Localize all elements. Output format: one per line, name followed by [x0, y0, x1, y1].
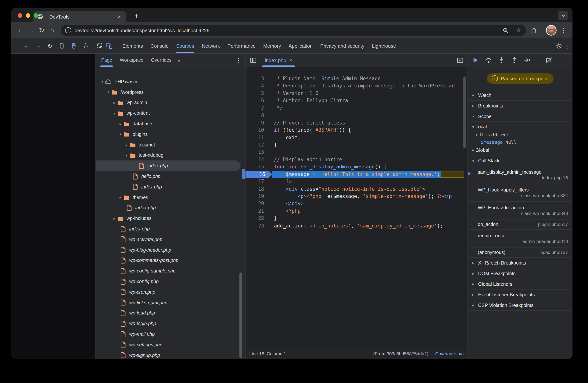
chevron-down-icon[interactable]: ▾ [112, 111, 117, 115]
tree-item[interactable]: wp-config-sample.php [96, 266, 245, 276]
line-number[interactable]: 4 [246, 82, 269, 90]
line-number[interactable]: 20 [246, 200, 269, 207]
chevron-right-icon[interactable]: ▸ [112, 216, 117, 221]
fullscreen-window-button[interactable] [34, 13, 38, 18]
tree-item[interactable]: ▾PHP.wasm [96, 77, 245, 87]
chevron-down-icon[interactable]: ▾ [106, 90, 111, 94]
line-number[interactable]: 14 [246, 156, 269, 163]
scope-message-var[interactable]: $message: null [468, 138, 572, 146]
source-hash-link[interactable]: 303c8bd55875dda2 [387, 351, 427, 357]
back-button[interactable]: ← [15, 25, 26, 36]
tab-privacy-security[interactable]: Privacy and security [316, 38, 368, 53]
line-number[interactable]: 23 [246, 222, 269, 230]
chevron-down-icon[interactable]: ▾ [124, 153, 129, 157]
step-icon[interactable] [523, 56, 532, 64]
section-watch[interactable]: ▸Watch [468, 90, 572, 101]
tree-item[interactable]: wp-links-opml.php [96, 297, 245, 308]
line-number[interactable]: 6 [246, 97, 269, 104]
tree-item[interactable]: ▾test-xdebug [96, 150, 245, 161]
tab-performance[interactable]: Performance [224, 38, 259, 53]
tab-elements[interactable]: Elements [119, 38, 147, 53]
line-number[interactable]: 22 [246, 215, 269, 222]
hide-navigator-icon[interactable] [249, 56, 258, 65]
line-number[interactable]: 7 [246, 104, 269, 112]
navigator-scrollbar-thumb[interactable] [242, 169, 245, 179]
device-frame-icon[interactable] [57, 41, 66, 50]
coverage-link[interactable]: Coverage: n/a [435, 351, 464, 357]
execution-line-marker[interactable]: 16 [246, 171, 272, 178]
tree-item[interactable]: wp-login.php [96, 319, 245, 329]
tree-item[interactable]: ▸database [96, 118, 245, 129]
tree-item[interactable]: wp-config.php [96, 276, 245, 287]
section-csp-violation-breakpoints[interactable]: ▸CSP Violation Breakpoints [468, 300, 572, 311]
browser-menu-kebab[interactable]: ⋮ [558, 25, 569, 36]
browser-tab[interactable]: DevTools × [33, 11, 126, 22]
tree-item[interactable]: wp-load.php [96, 308, 245, 319]
tree-item[interactable]: ▸themes [96, 192, 245, 203]
line-number[interactable]: 17 [246, 178, 269, 185]
tab-console[interactable]: Console [147, 38, 172, 53]
step-over-icon[interactable] [484, 56, 493, 64]
new-tab-button[interactable]: + [131, 11, 142, 22]
tree-item[interactable]: ▾plugins [96, 129, 245, 140]
tab-workspace[interactable]: Workspace [116, 54, 147, 67]
inspect-element-icon[interactable] [95, 41, 105, 50]
device-toolbar-toggle-icon[interactable] [105, 41, 114, 50]
line-number[interactable]: 5 [246, 90, 269, 97]
line-number[interactable]: 8 [246, 112, 269, 119]
tree-item[interactable]: index.php [96, 203, 245, 213]
tree-item[interactable]: index.php [96, 182, 245, 192]
line-number[interactable]: 10 [246, 126, 269, 134]
scope-global[interactable]: ▸Global [468, 146, 572, 154]
profile-avatar[interactable] [546, 25, 557, 36]
mouse-icon[interactable] [69, 41, 78, 50]
editor-tab-indexphp[interactable]: index.php × [260, 54, 297, 67]
forward-button[interactable]: → [26, 25, 36, 36]
screencast-reload-button[interactable]: ↻ [45, 41, 55, 50]
step-into-icon[interactable] [497, 56, 506, 64]
line-number[interactable]: 15 [246, 163, 269, 171]
paused-execution-line[interactable]: 16 $message = 'Hello! This is a simple a… [246, 171, 467, 178]
chevron-right-icon[interactable]: ▸ [118, 195, 123, 199]
touch-icon[interactable] [81, 41, 90, 50]
tree-item[interactable]: ▾/wordpress [96, 87, 245, 98]
navigator-scrollbar-thumb[interactable] [239, 272, 242, 358]
section-breakpoints[interactable]: ▸Breakpoints [468, 101, 572, 111]
tab-memory[interactable]: Memory [259, 38, 285, 53]
tree-item-selected[interactable]: index.php [96, 161, 241, 171]
tree-item[interactable]: wp-settings.php [96, 340, 245, 350]
resume-script-icon[interactable] [471, 56, 480, 64]
tab-overrides[interactable]: Overrides [147, 54, 175, 67]
tab-sources[interactable]: Sources [172, 38, 198, 53]
screencast-forward-button[interactable]: → [34, 41, 43, 50]
settings-gear-icon[interactable] [554, 41, 563, 50]
minimize-window-button[interactable] [26, 13, 30, 18]
tree-item[interactable]: ▸akismet [96, 140, 245, 150]
close-icon[interactable]: × [289, 57, 292, 63]
tree-item[interactable]: wp-signup.php [96, 350, 245, 359]
tree-item[interactable]: index.php [96, 224, 245, 234]
editor-scrollbar-thumb[interactable] [463, 77, 466, 148]
chevron-right-icon[interactable]: ▸ [118, 122, 123, 126]
url-text[interactable]: devtools://devtools/bundled/inspector.ht… [75, 27, 497, 33]
tab-close-icon[interactable]: × [116, 14, 122, 20]
stack-frame[interactable]: (anonymous)index.php:137 [468, 248, 572, 258]
stack-frame[interactable]: require_onceadmin-header.php:313 [468, 230, 572, 248]
zoom-icon[interactable] [501, 25, 510, 35]
line-number[interactable]: 18 [246, 185, 269, 193]
line-number[interactable]: 3 [246, 75, 269, 82]
chevron-right-icon[interactable]: ▸ [124, 143, 129, 147]
line-number[interactable]: 11 [246, 134, 269, 141]
scope-local[interactable]: ▾Local [468, 123, 572, 131]
tree-item[interactable]: wp-cron.php [96, 287, 245, 297]
line-number[interactable]: 12 [246, 141, 269, 149]
stack-frame[interactable]: WP_Hook->do_actionclass-wp-hook.php:348 [468, 202, 572, 219]
tree-item[interactable]: wp-activate.php [96, 234, 245, 245]
screencast-back-button[interactable]: ← [22, 41, 31, 50]
line-number[interactable]: 13 [246, 149, 269, 156]
tab-network[interactable]: Network [198, 38, 224, 53]
line-number[interactable]: 9 [246, 119, 269, 126]
line-number[interactable]: 21 [246, 207, 269, 215]
stack-frame[interactable]: WP_Hook->apply_filtersclass-wp-hook.php:… [468, 184, 572, 202]
section-global-listeners[interactable]: ▸Global Listeners [468, 279, 572, 289]
